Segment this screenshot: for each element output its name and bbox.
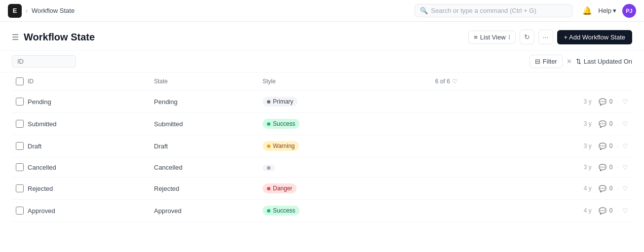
id-filter-input[interactable]	[12, 55, 76, 68]
filter-clear-icon[interactable]: ✕	[567, 58, 572, 65]
table-row[interactable]: Pending Pending Primary 3 y 💬 0 · ♡	[12, 91, 632, 113]
row-state-value: Rejected	[154, 185, 179, 192]
row-time: 3 y	[584, 143, 592, 149]
like-icon[interactable]: ♡	[622, 164, 628, 171]
like-icon[interactable]: ♡	[622, 98, 628, 106]
table-row[interactable]: Draft Draft Warning 3 y 💬 0 · ♡	[12, 135, 632, 157]
app-logo: E	[8, 4, 22, 18]
td-actions: 4 y 💬 0 · ♡	[431, 200, 632, 222]
row-id-value: Rejected	[28, 185, 53, 192]
th-id: ID	[12, 72, 150, 91]
list-view-button[interactable]: ≡ List View ⁝	[468, 31, 515, 44]
comment-icon[interactable]: 💬	[599, 185, 606, 192]
list-view-chevron-icon: ⁝	[508, 34, 510, 41]
page-title: Workflow State	[24, 32, 95, 43]
td-style	[259, 157, 431, 178]
record-count-text: 6 of 6	[435, 78, 450, 85]
nav-breadcrumb: Workflow State	[32, 7, 75, 14]
notification-bell-icon[interactable]: 🔔	[582, 6, 592, 15]
row-checkbox[interactable]	[16, 184, 24, 192]
comment-count: 0	[609, 207, 613, 214]
td-state: Submitted	[150, 113, 259, 135]
table-row[interactable]: Rejected Rejected Danger 4 y 💬 0 · ♡	[12, 178, 632, 200]
style-dot	[267, 209, 270, 213]
td-actions: 3 y 💬 0 · ♡	[431, 157, 632, 178]
th-record-count: 6 of 6 ♡	[431, 72, 632, 91]
row-checkbox[interactable]	[16, 163, 24, 171]
row-checkbox[interactable]	[16, 98, 24, 106]
row-time: 3 y	[584, 120, 592, 127]
td-id: Rejected	[12, 178, 150, 200]
style-badge: Success	[263, 206, 300, 216]
style-badge: Primary	[263, 97, 298, 107]
help-menu[interactable]: Help ▾	[598, 7, 616, 14]
row-time: 4 y	[584, 207, 592, 214]
comment-icon[interactable]: 💬	[599, 164, 606, 171]
style-badge: Success	[263, 119, 300, 129]
td-style: Success	[259, 113, 431, 135]
comment-count: 0	[609, 143, 613, 149]
avatar[interactable]: PJ	[622, 4, 636, 18]
sort-icon: ⇅	[576, 58, 581, 65]
like-icon[interactable]: ♡	[622, 185, 628, 192]
style-badge: Warning	[263, 141, 299, 151]
sort-button[interactable]: ⇅ Last Updated On	[576, 58, 632, 65]
comment-icon[interactable]: 💬	[599, 98, 606, 106]
like-icon[interactable]: ♡	[622, 143, 628, 150]
table-row[interactable]: Approved Approved Success 4 y 💬 0 · ♡	[12, 200, 632, 222]
help-chevron-icon: ▾	[613, 7, 616, 14]
table-wrap: ID State Style 6 of 6 ♡	[0, 72, 644, 222]
more-icon: ···	[543, 33, 549, 41]
sidebar-toggle-icon[interactable]: ☰	[12, 33, 19, 42]
td-actions: 3 y 💬 0 · ♡	[431, 135, 632, 157]
comment-icon[interactable]: 💬	[599, 207, 606, 215]
row-state-value: Cancelled	[154, 164, 183, 171]
row-state-value: Draft	[154, 143, 168, 150]
row-time: 4 y	[584, 185, 592, 192]
td-actions: 3 y 💬 0 · ♡	[431, 91, 632, 113]
td-id: Draft	[12, 135, 150, 157]
th-style: Style	[259, 72, 431, 91]
td-actions: 3 y 💬 0 · ♡	[431, 113, 632, 135]
page-title-row: ☰ Workflow State	[12, 32, 95, 43]
dot-separator: ·	[616, 143, 618, 150]
header-actions: ≡ List View ⁝ ↻ ··· + Add Workflow State	[468, 30, 632, 44]
like-icon[interactable]: ♡	[622, 120, 628, 128]
td-style: Success	[259, 200, 431, 222]
filter-button[interactable]: ⊟ Filter	[530, 55, 563, 68]
td-id: Submitted	[12, 113, 150, 135]
table-row[interactable]: Submitted Submitted Success 3 y 💬 0 · ♡	[12, 113, 632, 135]
row-time: 3 y	[584, 98, 592, 105]
select-all-checkbox[interactable]	[16, 77, 24, 85]
table-body: Pending Pending Primary 3 y 💬 0 · ♡ Subm…	[12, 91, 632, 222]
filter-left	[12, 55, 76, 68]
comment-icon[interactable]: 💬	[599, 143, 606, 150]
style-badge: Danger	[263, 183, 297, 193]
row-id-value: Submitted	[28, 120, 57, 128]
row-time: 3 y	[584, 164, 592, 171]
row-id-value: Cancelled	[28, 164, 56, 171]
td-state: Approved	[150, 200, 259, 222]
th-state: State	[150, 72, 259, 91]
table-row[interactable]: Cancelled Cancelled 3 y 💬 0 · ♡	[12, 157, 632, 178]
row-checkbox[interactable]	[16, 207, 24, 215]
filter-right: ⊟ Filter ✕ ⇅ Last Updated On	[530, 55, 632, 68]
add-label: + Add Workflow State	[564, 34, 625, 41]
comment-icon[interactable]: 💬	[599, 120, 606, 128]
row-checkbox[interactable]	[16, 142, 24, 150]
style-dot	[267, 166, 270, 170]
add-workflow-state-button[interactable]: + Add Workflow State	[557, 30, 632, 44]
more-options-button[interactable]: ···	[538, 30, 553, 44]
dot-separator: ·	[616, 98, 618, 106]
workflow-table: ID State Style 6 of 6 ♡	[12, 72, 632, 222]
row-checkbox[interactable]	[16, 120, 24, 128]
heart-icon[interactable]: ♡	[452, 78, 457, 85]
row-id-value: Pending	[28, 98, 51, 106]
td-id: Pending	[12, 91, 150, 113]
style-badge	[263, 165, 275, 171]
search-bar[interactable]: 🔍 Search or type a command (Ctrl + G)	[415, 4, 572, 17]
like-icon[interactable]: ♡	[622, 207, 628, 215]
comment-count: 0	[609, 185, 613, 192]
refresh-button[interactable]: ↻	[520, 30, 534, 44]
filter-icon: ⊟	[535, 58, 540, 65]
